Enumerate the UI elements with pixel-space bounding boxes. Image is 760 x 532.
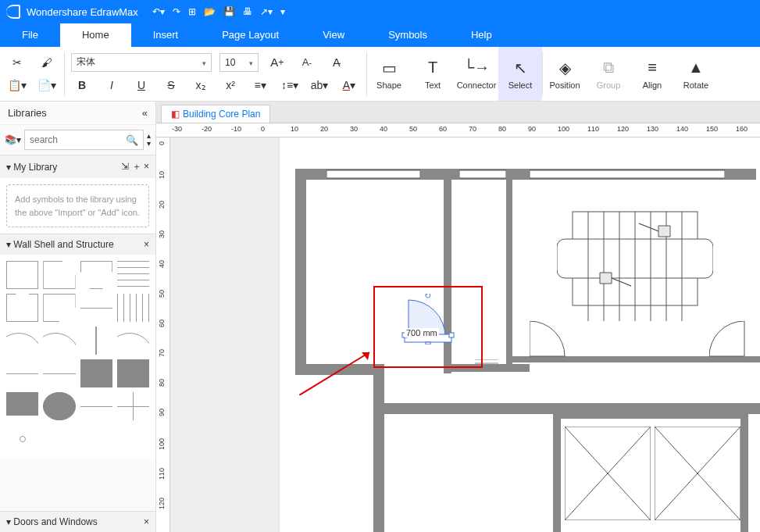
font-size-select[interactable]: 10 (219, 53, 259, 72)
tool-shape[interactable]: ▭Shape (367, 47, 411, 101)
shape-rect[interactable] (6, 261, 38, 289)
search-input[interactable] (30, 134, 126, 145)
shape-arc3[interactable] (117, 327, 149, 355)
paste-icon[interactable]: 📄▾ (36, 76, 58, 95)
copy-icon[interactable]: 📋▾ (6, 76, 28, 95)
font-color-icon[interactable]: A▾ (338, 76, 360, 95)
shape-sq[interactable] (6, 392, 38, 416)
menu-help[interactable]: Help (449, 23, 514, 47)
tool-text[interactable]: TText (411, 47, 455, 101)
format-painter-icon[interactable]: 🖌 (36, 53, 58, 72)
line-spacing-icon[interactable]: ↕≡▾ (279, 76, 301, 95)
shape-u[interactable] (6, 294, 38, 322)
strike-icon[interactable]: S (160, 76, 182, 95)
italic-icon[interactable]: I (101, 76, 123, 95)
shape-t[interactable] (80, 261, 112, 289)
menu-insert[interactable]: Insert (131, 23, 201, 47)
shape-vline[interactable] (95, 327, 97, 355)
underline-icon[interactable]: U (130, 76, 152, 95)
svg-text:↻: ↻ (424, 294, 431, 300)
shape-l[interactable] (43, 261, 75, 289)
tool-connector[interactable]: └→Connector (455, 47, 498, 101)
shape-hline1[interactable] (6, 373, 38, 374)
connector-icon: └→ (463, 59, 490, 77)
shape-lines1[interactable] (117, 261, 149, 289)
doc-icon: ◧ (171, 109, 180, 120)
bold-icon[interactable]: B (71, 76, 93, 95)
align-icon: ≡ (648, 59, 657, 77)
clear-format-icon[interactable]: A̶ (326, 53, 348, 72)
app-logo-icon (6, 5, 20, 19)
shrink-font-icon[interactable]: A- (296, 53, 318, 72)
menu-view[interactable]: View (301, 23, 366, 47)
search-nav-icon[interactable]: ▴▾ (147, 132, 151, 148)
font-size-value: 10 (225, 57, 235, 68)
shape-fill1[interactable] (80, 359, 112, 387)
shape-step[interactable] (43, 294, 75, 322)
document-tab[interactable]: ◧ Building Core Plan (161, 105, 270, 123)
shape-circle[interactable] (43, 392, 75, 420)
menu-home[interactable]: Home (60, 23, 131, 47)
undo-icon[interactable]: ↶▾ (152, 6, 165, 17)
export-icon[interactable]: ↗▾ (260, 6, 273, 17)
menu-file[interactable]: File (0, 23, 60, 47)
shape-line[interactable] (80, 308, 112, 309)
library-menu-icon[interactable]: 📚▾ (5, 134, 21, 145)
redo-icon[interactable]: ↷ (173, 6, 180, 17)
ribbon: ✂ 🖌 📋▾ 📄▾ 宋体 10 A+ A- A̶ B I U S x₂ x² ≡… (0, 47, 760, 102)
bullets-icon[interactable]: ≡▾ (249, 76, 271, 95)
tool-position[interactable]: ◈Position (543, 47, 587, 101)
menu-symbols[interactable]: Symbols (366, 23, 449, 47)
print-icon[interactable]: 🖶 (243, 6, 252, 17)
save-icon[interactable]: 💾 (223, 6, 235, 17)
search-icon[interactable] (126, 134, 138, 146)
shape-arc1[interactable] (6, 327, 38, 355)
menu-bar: File Home Insert Page Layout View Symbol… (0, 23, 760, 47)
shape-dot[interactable] (6, 425, 38, 453)
shape-hline2[interactable] (43, 373, 75, 374)
doors-close-icon[interactable]: × (144, 516, 149, 527)
shape-cross[interactable] (117, 392, 149, 420)
select-icon: ↖ (514, 59, 527, 77)
door-dim-value: 700 (406, 328, 420, 337)
grow-font-icon[interactable]: A+ (266, 53, 288, 72)
selected-door-shape[interactable]: ↻ (401, 294, 455, 347)
shape-lines2[interactable] (117, 294, 149, 322)
rotate-icon: ▲ (688, 59, 704, 77)
svg-rect-29 (426, 342, 430, 345)
canvas[interactable]: ↻ 700 mm (170, 137, 760, 532)
superscript-icon[interactable]: x² (219, 76, 241, 95)
shape-fill2[interactable] (117, 359, 149, 387)
shape-arc2[interactable] (43, 327, 75, 355)
shape-dim[interactable] (80, 406, 112, 407)
horizontal-ruler: -30-20-100102030405060708090100110120130… (156, 123, 760, 137)
new-icon[interactable]: ⊞ (188, 6, 196, 17)
cut-icon[interactable]: ✂ (6, 53, 28, 72)
app-name: Wondershare EdrawMax (27, 6, 138, 18)
section-wall-shell[interactable]: ▾ Wall Shell and Structure × (0, 234, 155, 255)
options-icon[interactable]: ▾ (280, 6, 285, 17)
mylib-actions[interactable]: ⇲ ＋ × (121, 160, 149, 173)
svg-line-24 (299, 352, 369, 395)
menu-page-layout[interactable]: Page Layout (200, 23, 301, 47)
door-dim-unit: mm (423, 328, 437, 337)
font-name-select[interactable]: 宋体 (71, 53, 212, 72)
tool-align[interactable]: ≡Align (630, 47, 674, 101)
library-search[interactable] (24, 130, 144, 150)
subscript-icon[interactable]: x₂ (190, 76, 212, 95)
libraries-title: Libraries (8, 107, 47, 119)
tool-select[interactable]: ↖Select (498, 47, 542, 101)
mylib-hint: Add symbols to the library using the abo… (6, 184, 149, 227)
collapse-panel-icon[interactable]: « (142, 107, 148, 119)
tool-rotate[interactable]: ▲Rotate (674, 47, 718, 101)
svg-rect-23 (530, 170, 725, 178)
section-my-library[interactable]: ▾ My Library ⇲ ＋ × (0, 155, 155, 178)
open-icon[interactable]: 📂 (204, 6, 216, 17)
font-name-value: 宋体 (77, 55, 95, 69)
wall-close-icon[interactable]: × (144, 239, 149, 250)
my-library-label: My Library (13, 162, 57, 173)
text-case-icon[interactable]: ab▾ (309, 76, 330, 95)
section-doors-windows[interactable]: ▾ Doors and Windows × (0, 512, 155, 532)
svg-rect-21 (326, 170, 420, 178)
libraries-panel: Libraries « 📚▾ ▴▾ ▾ My Library ⇲ ＋ × Add… (0, 102, 156, 532)
